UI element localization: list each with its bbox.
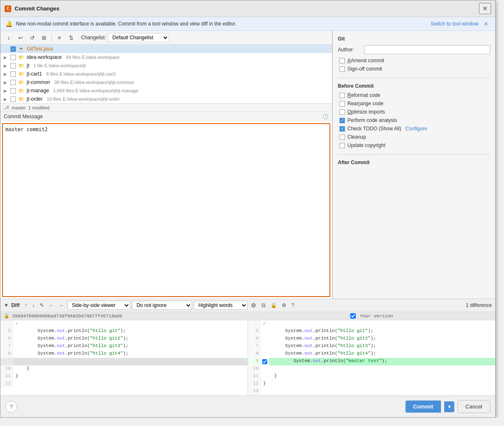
diff-line-left-5: 5 System.out.println("htllo git"); [0, 328, 248, 335]
diff-edit-btn[interactable]: ✎ [38, 302, 46, 309]
line-content-r9-added: System.out.println("master test"); [269, 358, 495, 365]
file-tree: ✓ ☕ GitTest.java ▶ 📁 idea-workspace 84 f… [0, 45, 332, 103]
diff-right-header: Your version [248, 312, 495, 320]
signoff-checkbox[interactable] [339, 66, 345, 72]
cleanup-checkbox[interactable] [339, 134, 345, 140]
signoff-row: Sign-off commit [338, 66, 490, 72]
tree-meta-idea: 84 files E:\idea-workspace [66, 55, 119, 60]
diff-ignore-select[interactable]: Do not ignore Ignore whitespace [132, 301, 192, 310]
diff-gear-btn[interactable]: ⚙ [280, 302, 288, 309]
git-section-title: Git [338, 36, 490, 42]
tree-item-jt-cart1[interactable]: ▶ 📁 jt-cart1 8 files E:\idea-workspace\j… [0, 70, 332, 78]
diff-nav-down[interactable]: ↓ [30, 302, 36, 309]
title-bar: C Commit Changes ✕ [0, 0, 495, 17]
toolbar-undo-btn[interactable]: ↩ [15, 33, 25, 43]
java-file-icon: ☕ [18, 46, 24, 52]
lock-icon: 🔒 [4, 313, 10, 319]
tree-checkbox-order[interactable] [10, 96, 16, 102]
line-num-7: 7 [0, 343, 13, 350]
diff-line-right-9-added: 9 System.out.println("master test"); [248, 358, 495, 365]
diff-arrow-right[interactable]: → [57, 302, 66, 309]
commit-message-input[interactable]: master commit2 [2, 123, 330, 297]
tree-item-gittest[interactable]: ✓ ☕ GitTest.java [0, 45, 332, 53]
tree-checkbox-gittest[interactable]: ✓ [10, 46, 16, 52]
diff-lock-btn[interactable]: 🔒 [269, 302, 279, 309]
branch-name: master [12, 105, 26, 110]
tree-checkbox-idea[interactable] [10, 55, 16, 60]
app-icon: C [5, 5, 11, 12]
tree-checkbox-jt[interactable] [10, 63, 16, 68]
close-button[interactable]: ✕ [479, 3, 491, 14]
folder-icon-5: 📁 [18, 88, 24, 94]
diff-viewer-select[interactable]: Side-by-side viewer Unified viewer [67, 301, 130, 310]
optimize-checkbox[interactable] [339, 109, 345, 115]
toolbar-refresh-btn[interactable]: ↺ [27, 33, 37, 43]
line-check-r9[interactable] [261, 358, 269, 365]
commit-dialog: C Commit Changes ✕ 🔔 New non-modal commi… [0, 0, 496, 418]
info-icon: 🔔 [5, 20, 13, 27]
author-label: Author: [338, 47, 361, 53]
tree-item-jt-manage[interactable]: ▶ 📁 jt-manage 1,869 files E:\idea-worksp… [0, 86, 332, 95]
diff-help-btn[interactable]: ? [290, 302, 296, 309]
line-content-r8: System.out.println("htllo git4"); [261, 350, 495, 358]
branch-icon: ⎇ [4, 105, 9, 110]
diff-arrow-left[interactable]: ← [47, 302, 56, 309]
tree-item-jt-order[interactable]: ▶ 📁 jt-order 10 files E:\idea-workspace\… [0, 95, 332, 103]
reformat-checkbox[interactable] [339, 93, 345, 98]
toolbar-filter-btn[interactable]: ≡ [54, 33, 64, 43]
line-9-checkbox[interactable] [262, 359, 267, 364]
diff-columns-btn[interactable]: ⊟ [260, 302, 267, 309]
amend-commit-checkbox[interactable] [339, 58, 345, 63]
author-input[interactable] [364, 45, 490, 54]
amend-commit-label: AAmend commit [347, 58, 384, 63]
tree-item-jt-common[interactable]: ▶ 📁 jt-common 30 files E:\idea-workspace… [0, 78, 332, 86]
tree-item-jt[interactable]: ▶ 📁 jt 1 file E:\idea-workspace\jt [0, 61, 332, 70]
rearrange-row: Rearrange code [338, 101, 490, 106]
diff-expand-arrow[interactable]: ▼ [4, 302, 9, 308]
toolbar-sort-btn[interactable]: ⇅ [66, 33, 76, 43]
line-content-11: } [13, 373, 248, 380]
tree-arrow-5: ▶ [4, 80, 8, 85]
check-todo-checkbox[interactable]: ✓ [339, 126, 345, 132]
update-copyright-checkbox[interactable] [339, 143, 345, 148]
changelist-select[interactable]: Default Changelist [108, 33, 169, 42]
commit-dropdown-arrow[interactable]: ▼ [444, 401, 454, 412]
diff-title: Diff [11, 302, 20, 308]
tree-arrow-6: ▶ [4, 89, 8, 93]
diff-line-right-10: 10 [248, 365, 495, 373]
line-num-6: 6 [0, 335, 13, 343]
cancel-button[interactable]: Cancel [458, 400, 490, 413]
tree-checkbox-common[interactable] [10, 80, 16, 85]
tree-arrow-2: ▶ [4, 55, 8, 60]
diff-nav-up[interactable]: ↑ [23, 302, 29, 309]
tree-meta-order: 10 files E:\idea-workspace\jt\jt-order [47, 96, 120, 101]
commit-button[interactable]: Commit [405, 401, 441, 413]
diff-left-header: 🔒 296d47600b66bbad739f0682b679877f45719a… [0, 312, 248, 320]
your-version-checkbox[interactable] [350, 313, 356, 319]
toolbar-expand-btn[interactable]: ⊞ [39, 33, 49, 43]
diff-line-right-12: 12 } [248, 380, 495, 388]
line-content-r13 [261, 388, 495, 396]
line-num-r10: 10 [248, 365, 261, 373]
optimize-label: Optimize imports [347, 109, 385, 115]
switch-to-tool-window-link[interactable]: Switch to tool window [431, 21, 479, 27]
configure-link[interactable]: Configure [405, 126, 427, 132]
optimize-row: Optimize imports [338, 109, 490, 115]
folder-icon-3: 📁 [18, 71, 24, 77]
diff-line-left-8: 8 System.out.println("htllo git4"); [0, 350, 248, 358]
tree-checkbox-cart1[interactable] [10, 71, 16, 77]
tree-label-idea: idea-workspace [27, 54, 62, 60]
tree-item-idea-workspace[interactable]: ▶ 📁 idea-workspace 84 files E:\idea-work… [0, 53, 332, 61]
rearrange-checkbox[interactable] [339, 101, 345, 106]
tree-checkbox-manage[interactable] [10, 88, 16, 94]
file-toolbar: ↕ ↩ ↺ ⊞ ≡ ⇅ Changelist: Default Changeli… [0, 31, 332, 45]
help-button[interactable]: ? [5, 401, 17, 413]
diff-settings-btn[interactable]: ⚙ [249, 301, 258, 309]
info-bar-close-icon[interactable]: ✕ [482, 20, 490, 27]
line-num-r9: 9 [248, 358, 261, 365]
toolbar-add-btn[interactable]: ↕ [4, 33, 14, 43]
perform-analysis-checkbox[interactable]: ✓ [339, 118, 345, 123]
line-content-8: System.out.println("htllo git4"); [13, 350, 248, 358]
diff-highlight-select[interactable]: Highlight words Highlight lines [194, 301, 248, 310]
line-content: ✓ [13, 320, 248, 328]
